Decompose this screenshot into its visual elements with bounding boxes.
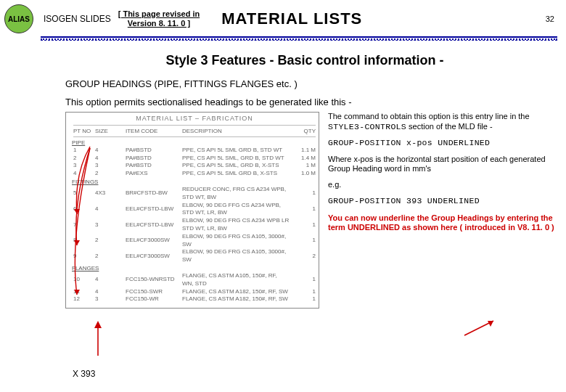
right-column: The command to obtain this option is thi… — [328, 112, 557, 309]
xpos-explain: Where x-pos is the horizontal start posi… — [328, 155, 557, 175]
section-lead: This option permits sectionalised headin… — [65, 97, 557, 107]
table-row: 14PA#BSTDPPE, CS API 5L SML GRD B, STD W… — [73, 147, 316, 155]
table-row: 92EEL#CF3000SWELBOW, 90 DEG FRG CS A105,… — [73, 248, 316, 264]
table-row: 73EEL#CFSTD-LBWELBOW, 90 DEG FRG CS A234… — [73, 217, 316, 233]
svg-marker-4 — [488, 321, 493, 327]
page-number: 32 — [546, 15, 559, 23]
page-title: MATERIAL LISTS — [221, 9, 546, 28]
table-row: 42PA#EXSPPE, CS API 5L SML GRD B, X-STS1… — [73, 170, 316, 178]
revision-note: [ This page revised in Version 8. 11. 0 … — [118, 9, 200, 28]
svg-line-3 — [464, 321, 493, 335]
revision-line2: Version 8. 11. 0 ] — [128, 19, 190, 28]
table-row: 104FCC150-WNRSTDFLANGE, CS ASTM A105, 15… — [73, 272, 316, 288]
code-line-1: GROUP-POSITION x-pos UNDERLINED — [328, 138, 557, 148]
revision-line1: [ This page revised in — [118, 9, 200, 18]
section-heading: GROUP HEADINGS (PIPE, FITTINGS FLANGES e… — [65, 78, 557, 89]
col-qty: QTY — [294, 128, 316, 136]
arrow-icon — [462, 318, 498, 337]
eg-label: e.g. — [328, 180, 557, 190]
table-row: 114FCC150-SWRFLANGE, CS ASTM A182, 150#,… — [73, 288, 316, 296]
subtitle: Style 3 Features - Basic control informa… — [44, 53, 566, 68]
table-row: 54X3BR#CFSTD-BWREDUCER CONC, FRG CS A234… — [73, 186, 316, 202]
table-row: 33PA#BSTDPPE, CS API 5L SML, GRD B, X-ST… — [73, 162, 316, 170]
material-list-figure: MATERIAL LIST – FABRICATION PT NO SIZE I… — [65, 112, 319, 309]
group-heading: FITTINGS — [72, 179, 316, 185]
header: ALIAS ISOGEN SLIDES [ This page revised … — [0, 0, 566, 35]
figure-header-row: PT NO SIZE ITEM CODE DESCRIPTION QTY — [73, 128, 316, 136]
arrow-icon — [91, 319, 104, 360]
table-row: 123FCC150-WRFLANGE, CS ASTM A182, 150#, … — [73, 295, 316, 303]
underline-note: You can now underline the Group Headings… — [328, 213, 557, 232]
code-line-2: GROUP-POSITION 393 UNDERLINED — [328, 196, 557, 206]
alias-logo: ALIAS — [4, 4, 33, 33]
table-row: 24PA#BSTDPPE, CS API 5L SML, GRD B, STD … — [73, 155, 316, 163]
group-heading: PIPE — [72, 139, 316, 146]
body: GROUP HEADINGS (PIPE, FITTINGS FLANGES e… — [0, 78, 566, 309]
col-code: ITEM CODE — [126, 128, 182, 136]
col-size: SIZE — [95, 128, 126, 136]
intro-para: The command to obtain this option is thi… — [328, 112, 557, 132]
two-column-area: MATERIAL LIST – FABRICATION PT NO SIZE I… — [65, 112, 557, 309]
table-row: 64EEL#CFSTD-LBWELBOW, 90 DEG FFG CS A234… — [73, 202, 316, 218]
svg-marker-6 — [94, 321, 102, 328]
group-heading: FLANGES — [72, 265, 316, 271]
figure-title: MATERIAL LIST – FABRICATION — [73, 115, 316, 122]
table-row: 82EEL#CF3000SWELBOW, 90 DEG FRG CS A105,… — [73, 233, 316, 249]
col-desc: DESCRIPTION — [182, 128, 294, 136]
col-ptno: PT NO — [73, 128, 95, 136]
x393-label: X 393 — [73, 369, 95, 379]
header-divider — [41, 36, 557, 40]
brand-text: ISOGEN SLIDES — [44, 14, 111, 24]
